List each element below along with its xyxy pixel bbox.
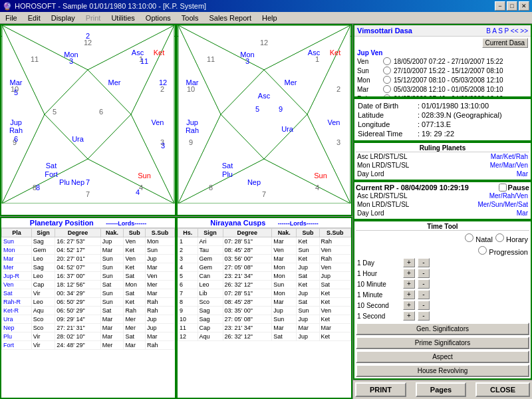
dob-label: Date of Birth bbox=[358, 102, 418, 110]
natal-radio[interactable] bbox=[465, 233, 473, 242]
planet-sign: Sag bbox=[31, 263, 55, 272]
house-sub: Ket bbox=[297, 255, 319, 263]
planetary-table-title: Planetary Position ------Lords------ bbox=[1, 218, 175, 228]
house-num: 2 bbox=[178, 246, 198, 255]
lon-value: : 077:13.E bbox=[418, 120, 451, 128]
house-degree: 23: 21' 34" bbox=[223, 272, 272, 281]
gen-sig-button[interactable]: Gen. Significators bbox=[356, 323, 529, 335]
planet-sub: Ket bbox=[124, 246, 146, 255]
time-row: 10 Minute + - bbox=[356, 279, 529, 289]
house-sign: Sag bbox=[198, 307, 223, 315]
crp-label: Day Lord bbox=[357, 209, 384, 217]
current-dasa-button[interactable]: Current Dasa bbox=[482, 38, 528, 48]
dasa-planet-label: Mar bbox=[357, 86, 380, 93]
house-sign: Sco bbox=[198, 298, 223, 307]
house-sub: Mar bbox=[297, 324, 319, 332]
planet-nak: Mer bbox=[100, 341, 124, 350]
dasa-radio[interactable] bbox=[383, 57, 391, 65]
vim-basp[interactable]: B A S P << >> bbox=[486, 27, 528, 35]
crp-label: Asc LRD/STL/SL bbox=[357, 192, 408, 200]
house-sign: Leo bbox=[198, 281, 223, 289]
planet-name: Ven bbox=[2, 281, 32, 289]
svg-text:Jup: Jup bbox=[186, 118, 198, 126]
time-minus-button[interactable]: - bbox=[418, 258, 430, 267]
planet-name: Nep bbox=[2, 324, 32, 332]
house-degree: 27: 05' 08" bbox=[223, 263, 272, 272]
svg-text:Ket: Ket bbox=[154, 49, 165, 57]
svg-text:3: 3 bbox=[245, 57, 249, 65]
menu-tools[interactable]: Tools bbox=[179, 13, 201, 23]
planet-sub: Sat bbox=[124, 332, 146, 341]
planet-ssub: Rah bbox=[145, 298, 174, 307]
time-plus-button[interactable]: + bbox=[403, 311, 415, 321]
planet-name: Ket-R bbox=[2, 307, 32, 315]
nirayana-row: 2 Tau 08: 45' 28" Ven Sun Ven bbox=[178, 246, 351, 255]
svg-text:7: 7 bbox=[86, 178, 90, 186]
current-rp-section: Current RP - 08/04/2009 10:29:19 Pause A… bbox=[353, 181, 532, 220]
time-minus-button[interactable]: - bbox=[418, 269, 430, 278]
crp-value: Mer/Rah/Ven bbox=[489, 192, 528, 200]
menu-help[interactable]: Help bbox=[259, 13, 280, 23]
house-sign: Aqu bbox=[198, 332, 223, 341]
progression-radio[interactable] bbox=[478, 246, 487, 255]
prime-sig-button[interactable]: Prime Significators bbox=[356, 336, 529, 349]
svg-text:Mar: Mar bbox=[10, 78, 23, 86]
maximize-button[interactable]: □ bbox=[507, 1, 517, 11]
crp-header-text: Current RP - 08/04/2009 10:29:19 bbox=[356, 184, 469, 192]
menu-edit[interactable]: Edit bbox=[25, 13, 43, 23]
planet-degree: 00: 34' 29" bbox=[55, 289, 101, 298]
col-sub-n: Sub bbox=[297, 229, 319, 237]
nirayana-table: Nirayana Cusps ------Lords------ Hs. Sig… bbox=[176, 217, 352, 399]
planetary-row: Mer Sag 04: 52' 07" Sun Ket Mar bbox=[2, 263, 175, 272]
time-plus-button[interactable]: + bbox=[403, 258, 415, 267]
aspect-button[interactable]: Aspect bbox=[356, 350, 529, 363]
crp-row: Mon LRD/STL/SL Mer/Sun/Mer/Sat bbox=[356, 200, 529, 209]
col-sub: Sub bbox=[124, 229, 146, 237]
house-ssub: Jup bbox=[319, 272, 350, 281]
planet-name: Ura bbox=[2, 315, 32, 324]
menu-file[interactable]: File bbox=[3, 13, 20, 23]
time-minus-button[interactable]: - bbox=[418, 301, 430, 310]
house-degree: 23: 21' 34" bbox=[223, 324, 272, 332]
dasa-radio[interactable] bbox=[383, 85, 391, 93]
horary-radio[interactable] bbox=[495, 233, 504, 242]
house-degree: 03: 35' 00" bbox=[223, 307, 272, 315]
time-plus-button[interactable]: + bbox=[403, 269, 415, 278]
house-nak: Mon bbox=[272, 272, 297, 281]
planetary-row: Fort Vir 24: 48' 29" Mer Mar Rah bbox=[2, 341, 175, 350]
menu-print[interactable]: Print bbox=[83, 13, 104, 23]
planet-degree: 18: 12' 56" bbox=[55, 281, 101, 289]
house-rev-button[interactable]: House Revolving bbox=[356, 364, 529, 377]
time-plus-button[interactable]: + bbox=[403, 290, 415, 299]
minimize-button[interactable]: − bbox=[495, 1, 505, 11]
dasa-date-range: 18/05/2007 07:22 - 27/10/2007 15:22 bbox=[394, 58, 503, 65]
house-degree: 07: 28' 51" bbox=[223, 237, 272, 246]
col-ssub: S.Sub bbox=[145, 229, 174, 237]
dasa-radio[interactable] bbox=[383, 66, 391, 74]
menu-utilities[interactable]: Utilities bbox=[108, 13, 137, 23]
planet-nak: Sun bbox=[100, 298, 124, 307]
planet-ssub: Mon bbox=[145, 237, 174, 246]
time-plus-button[interactable]: + bbox=[403, 301, 415, 310]
svg-text:Sat: Sat bbox=[46, 162, 57, 170]
time-plus-button[interactable]: + bbox=[403, 279, 415, 289]
time-minus-button[interactable]: - bbox=[418, 290, 430, 299]
close-window-button[interactable]: ✕ bbox=[519, 1, 529, 11]
close-button[interactable]: CLOSE bbox=[475, 382, 530, 397]
pages-button[interactable]: Pages bbox=[416, 382, 466, 397]
dasa-radio[interactable] bbox=[383, 76, 391, 84]
house-ssub: Sat bbox=[319, 281, 350, 289]
time-minus-button[interactable]: - bbox=[418, 279, 430, 289]
planetary-row: Sat Vir 00: 34' 29" Sun Sat Mar bbox=[2, 289, 175, 298]
house-ssub: Mar bbox=[319, 324, 350, 332]
menu-sales-report[interactable]: Sales Report bbox=[206, 13, 254, 23]
house-degree: 08: 45' 28" bbox=[223, 246, 272, 255]
print-button[interactable]: PRINT bbox=[355, 382, 406, 397]
menu-display[interactable]: Display bbox=[49, 13, 78, 23]
svg-text:7: 7 bbox=[86, 190, 90, 198]
pause-checkbox[interactable] bbox=[499, 184, 507, 192]
svg-text:Asc: Asc bbox=[258, 92, 271, 100]
time-minus-button[interactable]: - bbox=[418, 311, 430, 321]
menu-options[interactable]: Options bbox=[143, 13, 174, 23]
planet-ssub: Mar bbox=[145, 263, 174, 272]
